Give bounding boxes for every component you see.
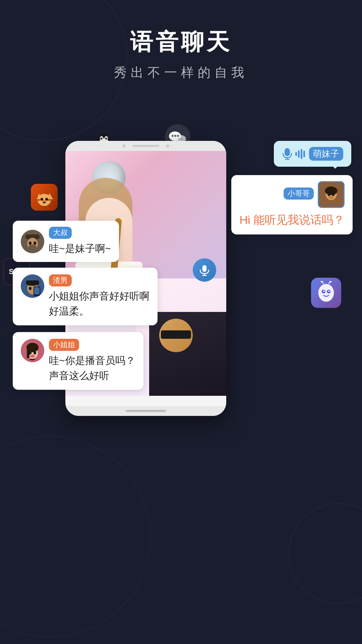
svg-point-37 [323, 290, 325, 292]
svg-point-76 [30, 355, 35, 358]
dashu-content: 大叔 哇~是妹子啊~ [49, 227, 111, 256]
sunglasses [161, 330, 191, 339]
wave-2 [298, 150, 300, 158]
xiaogg-message: Hi 能听见我说话吗？ [239, 211, 345, 228]
mengmeizi-tag: 萌妹子 [309, 147, 343, 161]
phone-camera-2 [166, 144, 169, 148]
svg-point-34 [318, 284, 334, 302]
avatar-xiaogg [318, 181, 345, 208]
svg-point-31 [45, 198, 48, 201]
sub-title: 秀出不一样的自我 [0, 64, 362, 81]
bg-deco-2 [288, 503, 362, 604]
phone-home-indicator [65, 406, 226, 416]
xiaogg-tag: 小哥哥 [284, 187, 314, 200]
avatar-xiaojj [21, 339, 44, 362]
svg-point-22 [181, 138, 182, 140]
guy-face [159, 319, 193, 352]
phone-speaker [132, 145, 159, 147]
xiaojj-message: 哇~你是播音员吗？ 声音这么好听 [49, 353, 135, 383]
svg-point-30 [41, 198, 43, 201]
zhenan-tag: 渣男 [49, 274, 72, 286]
main-title: 语音聊天 [0, 27, 362, 57]
svg-point-53 [332, 193, 335, 196]
svg-point-74 [29, 351, 32, 355]
zhenan-message: 小姐姐你声音好好听啊 好温柔。 [49, 288, 149, 319]
wave-1 [295, 152, 297, 156]
zhenan-content: 渣男 小姐姐你声音好好听啊 好温柔。 [49, 274, 149, 319]
svg-rect-65 [26, 280, 39, 284]
svg-rect-43 [202, 265, 207, 272]
xiaogg-header: 小哥哥 [284, 181, 345, 208]
bubble-mengmeizi: 萌妹子 [274, 141, 351, 167]
svg-point-5 [101, 138, 103, 140]
xiaojj-content: 小姐姐 哇~你是播音员吗？ 声音这么好听 [49, 339, 135, 383]
svg-point-54 [329, 196, 334, 199]
svg-point-8 [106, 138, 107, 139]
sound-waves [295, 149, 305, 159]
bubble-xiaojj: 小姐姐 哇~你是播音员吗？ 声音这么好听 [13, 332, 143, 390]
svg-point-75 [34, 351, 36, 355]
phone-camera [122, 144, 126, 148]
svg-point-19 [174, 135, 176, 137]
xiaogg-inner: 小哥哥 Hi 能听见我说话吗？ [239, 181, 345, 228]
svg-point-60 [34, 241, 36, 245]
home-bar [126, 410, 166, 412]
svg-rect-69 [34, 287, 40, 294]
bubble-dashu: 大叔 哇~是妹子啊~ [13, 221, 119, 262]
bubble-xiaogg: 小哥哥 Hi 能听见我说话吗？ [231, 175, 353, 234]
dashu-tag: 大叔 [49, 227, 72, 239]
bg-deco-3 [0, 436, 151, 637]
bubble-zhenan: 渣男 小姐姐你声音好好听啊 好温柔。 [13, 268, 158, 325]
title-area: 语音聊天 秀出不一样的自我 [0, 27, 362, 81]
wave-3 [301, 149, 302, 159]
svg-point-59 [29, 241, 32, 245]
svg-point-20 [177, 135, 179, 137]
svg-point-52 [328, 193, 330, 196]
wave-4 [303, 151, 305, 157]
svg-point-18 [172, 135, 174, 137]
faceu-app-icon [311, 278, 341, 308]
avatar-dashu [21, 230, 44, 253]
guy-dark-bg [149, 312, 226, 396]
phone-top-bar [65, 141, 226, 151]
svg-point-7 [102, 138, 102, 139]
dashu-message: 哇~是妹子啊~ [49, 241, 111, 256]
svg-point-6 [105, 138, 107, 140]
svg-rect-46 [285, 148, 290, 156]
xiaojj-tag: 小姐姐 [49, 339, 79, 351]
mic-area [282, 148, 305, 160]
svg-point-38 [328, 290, 330, 292]
svg-point-33 [43, 202, 46, 203]
fox-app-icon [31, 184, 58, 211]
svg-point-61 [28, 245, 37, 250]
avatar-zhenan [21, 274, 44, 298]
svg-point-21 [178, 138, 180, 140]
svg-point-51 [325, 186, 338, 195]
phone-mic-button[interactable] [193, 258, 216, 282]
svg-point-66 [29, 287, 32, 290]
